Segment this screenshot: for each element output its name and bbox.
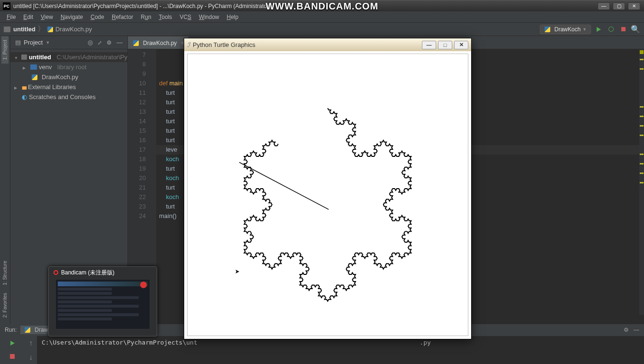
hide-button[interactable]: — (116, 39, 123, 46)
tab-structure[interactable]: 1: Structure (1, 257, 9, 289)
menu-refactor[interactable]: Refactor (109, 13, 136, 21)
bandicam-thumbnail (55, 279, 150, 329)
run-button[interactable] (594, 25, 603, 34)
menu-view[interactable]: View (38, 13, 56, 21)
menu-vcs[interactable]: VCS (177, 13, 194, 21)
tree-file-drawkoch[interactable]: DrawKoch.py (10, 72, 127, 82)
menu-tools[interactable]: Tools (156, 13, 175, 21)
locate-icon[interactable] (88, 39, 93, 46)
record-icon (54, 270, 58, 275)
tab-favorites[interactable]: 2: Favorites (1, 289, 9, 321)
console-output[interactable]: C:\Users\Administrator\PycharmProjects\u… (37, 336, 644, 364)
tree-scratches[interactable]: Scratches and Consoles (10, 92, 127, 102)
folder-icon (4, 27, 10, 32)
error-stripe[interactable] (639, 49, 644, 315)
bandicam-tooltip-title: Bandicam (未注册版) (61, 269, 115, 277)
scratch-icon (22, 93, 27, 100)
stop-button[interactable] (8, 352, 17, 361)
expand-icon[interactable] (98, 39, 102, 46)
menu-bar: File Edit View Navigate Code Refactor Ru… (0, 11, 644, 23)
hide-button[interactable]: — (634, 327, 639, 333)
nav-toolbar: untitled 〉 DrawKoch.py DrawKoch ▼ 🔍 (0, 23, 644, 36)
menu-code[interactable]: Code (88, 13, 107, 21)
python-file-icon (47, 26, 54, 33)
menu-navigate[interactable]: Navigate (58, 13, 86, 21)
rerun-button[interactable] (8, 339, 17, 347)
run-label: Run: (5, 327, 17, 333)
library-icon (22, 83, 26, 91)
python-file-icon (24, 327, 31, 333)
turtle-canvas (187, 54, 468, 336)
debug-button[interactable] (606, 25, 616, 34)
tree-external-libraries[interactable]: External Libraries (10, 82, 127, 92)
up-icon[interactable]: ↑ (29, 339, 33, 347)
turtle-window[interactable]: ℐ Python Turtle Graphics — □ ✕ (184, 38, 472, 339)
left-toolwindow-stripe: 1: Project 1: Structure 2: Favorites (0, 36, 10, 324)
editor-tab-drawkoch[interactable]: DrawKoch.py × (128, 36, 188, 49)
turtle-titlebar[interactable]: ℐ Python Turtle Graphics — □ ✕ (184, 38, 471, 51)
python-file-icon (544, 26, 551, 33)
turtle-close-button[interactable]: ✕ (454, 41, 468, 49)
crumb-file[interactable]: DrawKoch.py (55, 26, 92, 33)
run-config-selector[interactable]: DrawKoch ▼ (540, 25, 591, 34)
pycharm-icon: PC (3, 2, 10, 10)
menu-run[interactable]: Run (138, 13, 154, 21)
down-icon[interactable]: ↓ (29, 353, 33, 362)
settings-icon[interactable] (624, 327, 629, 333)
turtle-minimize-button[interactable]: — (422, 41, 436, 49)
python-file-icon (31, 74, 38, 81)
tree-venv[interactable]: venv library root (10, 62, 127, 72)
menu-file[interactable]: File (4, 13, 18, 21)
svg-line-0 (239, 162, 329, 209)
menu-window[interactable]: Window (196, 13, 222, 21)
tree-project-root[interactable]: untitled C:\Users\Administrator\Py (10, 52, 127, 62)
ide-titlebar: PC untitled [C:\Users\Administrator\Pych… (0, 0, 644, 11)
close-button[interactable]: ✕ (628, 2, 640, 10)
stop-button[interactable] (618, 25, 628, 34)
turtle-maximize-button[interactable]: □ (438, 41, 452, 49)
settings-icon[interactable] (107, 39, 112, 46)
menu-help[interactable]: Help (224, 13, 242, 21)
menu-edit[interactable]: Edit (20, 13, 36, 21)
tab-project[interactable]: 1: Project (1, 36, 9, 64)
project-title: Project (24, 39, 43, 46)
bandicam-tooltip: Bandicam (未注册版) (48, 266, 157, 337)
minimize-button[interactable]: — (598, 2, 610, 10)
search-everywhere-button[interactable]: 🔍 (631, 25, 640, 34)
crumb-project[interactable]: untitled (13, 26, 36, 33)
run-action-sidebar: ⇓ 📌 🖶 🗑 (0, 336, 25, 364)
python-file-icon (133, 40, 139, 46)
turtle-title: Python Turtle Graphics (193, 41, 255, 48)
window-title: untitled [C:\Users\Administrator\Pycharm… (13, 3, 271, 9)
tk-icon: ℐ (187, 41, 190, 48)
maximize-button[interactable]: ▢ (613, 2, 625, 10)
